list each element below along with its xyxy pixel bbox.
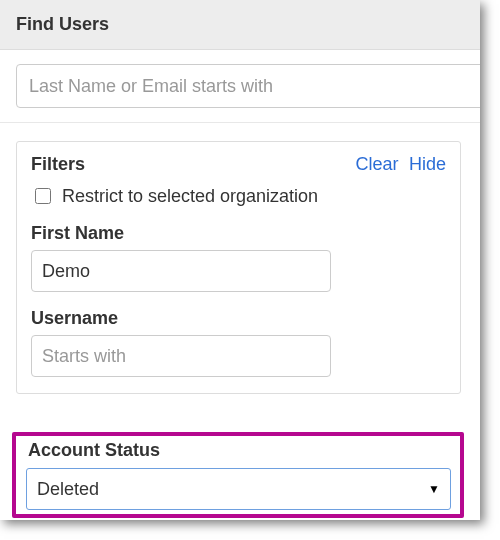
first-name-input[interactable]: [31, 250, 331, 292]
restrict-label: Restrict to selected organization: [62, 186, 318, 207]
search-row: [0, 50, 480, 123]
restrict-row: Restrict to selected organization: [31, 185, 446, 207]
panel-header: Find Users: [0, 0, 480, 50]
filters-header: Filters Clear Hide: [31, 154, 446, 175]
find-users-panel: Find Users Filters Clear Hide Restrict t…: [0, 0, 480, 520]
clear-filters-link[interactable]: Clear: [356, 154, 399, 174]
filters-title: Filters: [31, 154, 85, 175]
filters-panel: Filters Clear Hide Restrict to selected …: [16, 141, 461, 394]
username-input[interactable]: [31, 335, 331, 377]
search-input[interactable]: [16, 64, 480, 108]
restrict-checkbox[interactable]: [35, 188, 51, 204]
account-status-label: Account Status: [28, 440, 160, 461]
username-label: Username: [31, 308, 446, 329]
first-name-label: First Name: [31, 223, 446, 244]
filter-links: Clear Hide: [350, 154, 447, 175]
account-status-select[interactable]: Deleted: [26, 468, 451, 510]
hide-filters-link[interactable]: Hide: [409, 154, 446, 174]
panel-title: Find Users: [16, 14, 109, 34]
